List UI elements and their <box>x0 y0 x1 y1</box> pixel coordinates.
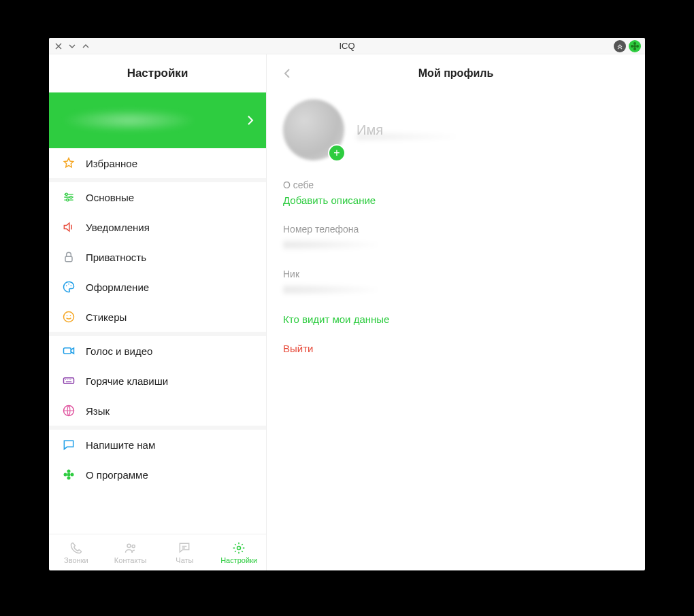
settings-list: ИзбранноеОсновныеУведомленияПриватностьО… <box>49 148 266 534</box>
svg-point-1 <box>70 196 72 198</box>
privacy-visibility-link[interactable]: Кто видит мои данные <box>283 313 629 325</box>
svg-point-20 <box>237 546 241 549</box>
sidebar-item-label: Язык <box>86 405 110 417</box>
sidebar-item-label: Напишите нам <box>86 439 155 451</box>
sidebar-item-hotkeys[interactable]: Горячие клавиши <box>49 366 266 396</box>
nav-label: Чаты <box>176 556 193 564</box>
svg-point-19 <box>132 545 135 547</box>
icq-flower-icon[interactable] <box>629 40 641 52</box>
svg-point-6 <box>71 286 72 287</box>
phone-label: Номер телефона <box>283 224 629 235</box>
svg-point-17 <box>67 473 71 477</box>
profile-name-field[interactable]: Имя <box>357 118 479 142</box>
avatar[interactable]: + <box>283 99 344 160</box>
svg-rect-3 <box>65 256 72 262</box>
app-window: ICQ Настройки ИзбранноеОсновныеУведомлен… <box>49 38 645 570</box>
contacts-icon <box>124 541 137 555</box>
back-button[interactable] <box>279 65 295 82</box>
sidebar-item-label: Стикеры <box>86 311 127 323</box>
sidebar-title: Настройки <box>49 54 266 92</box>
add-photo-icon[interactable]: + <box>328 144 346 162</box>
camera-icon <box>61 343 76 358</box>
nav-contacts[interactable]: Контакты <box>103 534 158 570</box>
sidebar-item-label: Горячие клавиши <box>86 375 168 387</box>
svg-rect-11 <box>64 378 74 383</box>
gear-icon <box>232 541 246 555</box>
phone-icon <box>69 541 83 555</box>
sidebar-item-label: Приватность <box>86 252 146 263</box>
lock-icon <box>61 250 76 264</box>
svg-point-13 <box>67 470 71 473</box>
nav-label: Контакты <box>114 556 147 564</box>
close-icon[interactable] <box>53 41 64 52</box>
nav-chats[interactable]: Чаты <box>158 534 212 570</box>
sidebar-item-favorites[interactable]: Избранное <box>49 148 266 178</box>
globe-icon <box>61 403 76 418</box>
main-panel: Мой профиль + Имя О себе Добавить описан… <box>267 54 645 570</box>
about-label: О себе <box>283 179 629 190</box>
speaker-icon <box>61 220 76 235</box>
sidebar-item-label: Избранное <box>86 158 137 169</box>
sidebar-profile-card[interactable] <box>49 92 266 148</box>
nick-label: Ник <box>283 269 629 279</box>
bottom-nav: ЗвонкиКонтактыЧатыНастройки <box>49 534 266 570</box>
sidebar-item-notify[interactable]: Уведомления <box>49 212 266 242</box>
sidebar-item-feedback[interactable]: Напишите нам <box>49 430 266 460</box>
sidebar: Настройки ИзбранноеОсновныеУведомленияПр… <box>49 54 267 570</box>
sidebar-item-about[interactable]: О программе <box>49 460 266 490</box>
app-title: ICQ <box>49 41 645 51</box>
logout-link[interactable]: Выйти <box>283 343 629 354</box>
palette-icon <box>61 279 76 294</box>
svg-point-2 <box>67 199 69 201</box>
up-circle-icon[interactable] <box>614 40 626 52</box>
sidebar-item-stickers[interactable]: Стикеры <box>49 302 266 332</box>
sidebar-item-language[interactable]: Язык <box>49 396 266 426</box>
star-icon <box>61 156 76 171</box>
nav-settings[interactable]: Настройки <box>212 534 266 570</box>
sidebar-item-general[interactable]: Основные <box>49 182 266 212</box>
nav-label: Звонки <box>64 556 88 564</box>
chats-icon <box>178 541 191 555</box>
svg-point-16 <box>67 477 71 480</box>
sliders-icon <box>61 190 76 205</box>
svg-point-14 <box>64 473 67 477</box>
sidebar-item-label: Уведомления <box>86 222 150 233</box>
smile-icon <box>61 309 76 324</box>
maximize-icon[interactable] <box>80 41 91 52</box>
sidebar-item-voice[interactable]: Голос и видео <box>49 336 266 366</box>
page-title: Мой профиль <box>267 67 645 80</box>
chat-icon <box>61 437 76 452</box>
svg-point-8 <box>67 315 68 317</box>
sidebar-item-privacy[interactable]: Приватность <box>49 242 266 272</box>
minimize-icon[interactable] <box>67 41 78 52</box>
add-about-link[interactable]: Добавить описание <box>283 194 629 206</box>
svg-rect-10 <box>64 348 71 354</box>
svg-point-18 <box>127 544 131 547</box>
chevron-right-icon <box>247 115 254 126</box>
sidebar-item-label: Оформление <box>86 281 149 293</box>
profile-name-redacted <box>61 109 197 132</box>
sidebar-item-theme[interactable]: Оформление <box>49 272 266 302</box>
svg-point-0 <box>65 193 67 195</box>
flower-icon <box>61 467 76 482</box>
svg-point-4 <box>66 286 67 287</box>
nav-calls[interactable]: Звонки <box>49 534 103 570</box>
titlebar: ICQ <box>49 38 645 54</box>
sidebar-item-label: Голос и видео <box>86 345 152 357</box>
svg-point-5 <box>68 284 69 285</box>
keyboard-icon <box>61 373 76 388</box>
name-placeholder: Имя <box>357 122 383 138</box>
nick-value-redacted <box>283 284 385 296</box>
nav-label: Настройки <box>220 556 257 564</box>
sidebar-item-label: О программе <box>86 469 148 481</box>
svg-point-7 <box>64 312 74 322</box>
svg-point-15 <box>71 473 74 477</box>
phone-value-redacted <box>283 239 385 251</box>
sidebar-item-label: Основные <box>86 192 134 203</box>
svg-point-9 <box>70 315 71 317</box>
